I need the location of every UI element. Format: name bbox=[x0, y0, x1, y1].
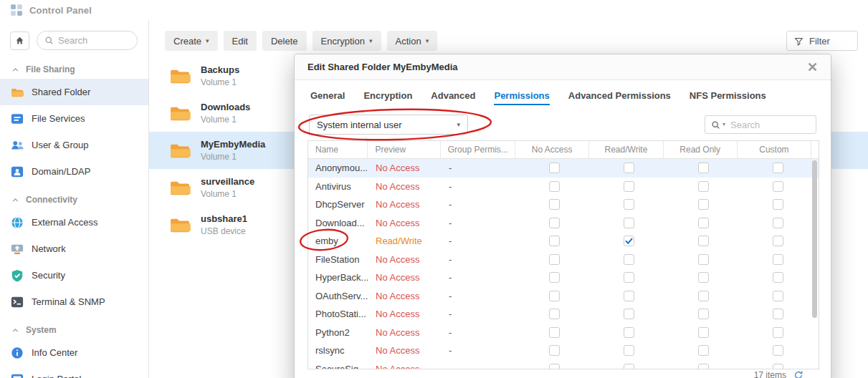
read-write-checkbox[interactable] bbox=[624, 345, 634, 356]
no-access-checkbox[interactable] bbox=[549, 364, 560, 369]
column-header-name[interactable]: Name bbox=[308, 141, 368, 158]
no-access-checkbox[interactable] bbox=[549, 291, 560, 301]
read-only-checkbox[interactable] bbox=[698, 163, 709, 173]
column-header-custom[interactable]: Custom bbox=[738, 141, 811, 158]
custom-checkbox[interactable] bbox=[773, 327, 783, 338]
sidebar-item-security[interactable]: Security bbox=[0, 262, 148, 289]
read-only-checkbox[interactable] bbox=[698, 199, 709, 210]
read-only-checkbox[interactable] bbox=[698, 327, 709, 338]
filter-button[interactable]: Filter bbox=[786, 31, 858, 51]
sidebar-item-file-services[interactable]: File Services bbox=[0, 105, 148, 132]
read-only-checkbox[interactable] bbox=[698, 236, 709, 246]
no-access-checkbox[interactable] bbox=[549, 254, 560, 265]
read-write-checkbox[interactable] bbox=[624, 291, 634, 301]
permission-row-filestation[interactable]: FileStationNo Access- bbox=[308, 251, 819, 269]
no-access-checkbox[interactable] bbox=[549, 272, 560, 283]
permission-row-photostati[interactable]: PhotoStati...No Access- bbox=[308, 305, 819, 324]
custom-checkbox[interactable] bbox=[773, 364, 783, 369]
read-only-checkbox[interactable] bbox=[698, 309, 709, 319]
sidebar-item-user-group[interactable]: User & Group bbox=[0, 132, 148, 158]
column-header-preview[interactable]: Preview bbox=[368, 141, 440, 158]
edit-button[interactable]: Edit bbox=[224, 31, 257, 51]
read-write-checkbox[interactable] bbox=[624, 272, 634, 283]
read-write-checkbox[interactable] bbox=[624, 254, 634, 265]
permission-row-anonymou[interactable]: Anonymou...No Access- bbox=[308, 159, 819, 178]
tab-advanced[interactable]: Advanced bbox=[431, 87, 475, 105]
read-only-checkbox[interactable] bbox=[698, 218, 709, 228]
read-write-checkbox[interactable] bbox=[624, 218, 634, 228]
custom-checkbox[interactable] bbox=[773, 236, 783, 246]
no-access-checkbox[interactable] bbox=[549, 327, 560, 338]
sidebar-item-info-center[interactable]: Info Center bbox=[0, 339, 148, 366]
column-header-read-only[interactable]: Read Only bbox=[664, 141, 738, 158]
read-write-checkbox[interactable] bbox=[624, 199, 634, 210]
read-only-checkbox[interactable] bbox=[698, 254, 709, 265]
no-access-checkbox[interactable] bbox=[549, 199, 560, 210]
refresh-icon[interactable] bbox=[793, 370, 803, 378]
tab-permissions[interactable]: Permissions bbox=[494, 87, 549, 105]
no-access-checkbox[interactable] bbox=[549, 163, 560, 173]
permission-row-download[interactable]: Download...No Access- bbox=[308, 214, 819, 233]
sidebar-section-file-sharing[interactable]: File Sharing bbox=[0, 60, 148, 79]
custom-checkbox[interactable] bbox=[773, 163, 783, 173]
permission-row-securesig[interactable]: SecureSig...No Access- bbox=[308, 360, 819, 370]
custom-checkbox[interactable] bbox=[773, 254, 783, 265]
read-write-checkbox[interactable] bbox=[624, 364, 634, 369]
column-header-read-write[interactable]: Read/Write bbox=[589, 141, 663, 158]
permission-row-python2[interactable]: Python2No Access- bbox=[308, 324, 819, 342]
sidebar-item-terminal-snmp[interactable]: Terminal & SNMP bbox=[0, 289, 148, 315]
permission-row-emby[interactable]: embyRead/Write- bbox=[308, 232, 819, 251]
custom-checkbox[interactable] bbox=[773, 291, 783, 301]
sidebar-item-shared-folder[interactable]: Shared Folder bbox=[0, 79, 148, 105]
create-button[interactable]: Create▾ bbox=[165, 31, 218, 51]
action-button[interactable]: Action▾ bbox=[387, 31, 438, 51]
read-only-checkbox[interactable] bbox=[698, 345, 709, 356]
sidebar-section-connectivity[interactable]: Connectivity bbox=[0, 190, 148, 209]
dialog-search-input[interactable]: ▾ Search bbox=[705, 115, 816, 134]
read-only-checkbox[interactable] bbox=[698, 272, 709, 283]
custom-checkbox[interactable] bbox=[773, 345, 783, 356]
no-access-checkbox[interactable] bbox=[549, 236, 560, 246]
read-write-checkbox[interactable] bbox=[624, 181, 634, 192]
read-only-checkbox[interactable] bbox=[698, 291, 709, 301]
sidebar-item-login-portal[interactable]: Login Portal bbox=[0, 366, 148, 378]
read-write-checkbox[interactable] bbox=[624, 327, 634, 338]
encryption-button[interactable]: Encryption▾ bbox=[313, 31, 381, 51]
read-write-checkbox-checked[interactable] bbox=[624, 236, 634, 246]
no-access-checkbox[interactable] bbox=[549, 218, 560, 228]
sidebar-item-domain-ldap[interactable]: Domain/LDAP bbox=[0, 158, 148, 185]
custom-checkbox[interactable] bbox=[773, 218, 783, 228]
tab-encryption[interactable]: Encryption bbox=[363, 87, 412, 105]
column-header-group-permis[interactable]: Group Permis... bbox=[441, 141, 515, 158]
tab-general[interactable]: General bbox=[310, 87, 345, 105]
user-type-dropdown[interactable]: System internal user ▾ bbox=[309, 115, 468, 135]
no-access-checkbox[interactable] bbox=[549, 345, 560, 356]
sidebar-item-network[interactable]: Network bbox=[0, 236, 148, 262]
custom-checkbox[interactable] bbox=[773, 199, 783, 210]
delete-button[interactable]: Delete bbox=[262, 31, 307, 51]
no-access-checkbox[interactable] bbox=[549, 181, 560, 192]
permission-row-rslsync[interactable]: rslsyncNo Access- bbox=[308, 341, 819, 360]
sidebar-search-input[interactable]: Search bbox=[37, 31, 138, 50]
tab-advanced-permissions[interactable]: Advanced Permissions bbox=[568, 87, 671, 105]
read-write-checkbox[interactable] bbox=[624, 309, 634, 319]
read-only-checkbox[interactable] bbox=[698, 181, 709, 192]
column-header-no-access[interactable]: No Access bbox=[515, 141, 589, 158]
permission-row-antivirus[interactable]: AntivirusNo Access- bbox=[308, 178, 819, 196]
custom-checkbox[interactable] bbox=[773, 181, 783, 192]
sidebar-section-system[interactable]: System bbox=[0, 321, 148, 339]
tab-nfs-permissions[interactable]: NFS Permissions bbox=[690, 87, 766, 105]
home-button[interactable] bbox=[10, 32, 29, 50]
custom-checkbox[interactable] bbox=[773, 272, 783, 283]
permission-row-hyperback[interactable]: HyperBack...No Access- bbox=[308, 268, 819, 287]
table-scrollbar[interactable] bbox=[812, 160, 817, 318]
read-write-checkbox[interactable] bbox=[624, 163, 634, 173]
permission-row-dhcpserver[interactable]: DhcpServerNo Access- bbox=[308, 195, 819, 214]
no-access-checkbox[interactable] bbox=[549, 309, 560, 319]
file-services-icon bbox=[11, 112, 24, 125]
read-only-checkbox[interactable] bbox=[698, 364, 709, 369]
sidebar-item-external-access[interactable]: External Access bbox=[0, 209, 148, 236]
custom-checkbox[interactable] bbox=[773, 309, 783, 319]
close-icon[interactable]: ✕ bbox=[807, 61, 818, 74]
permission-row-oauthserv[interactable]: OAuthServ...No Access- bbox=[308, 287, 819, 306]
